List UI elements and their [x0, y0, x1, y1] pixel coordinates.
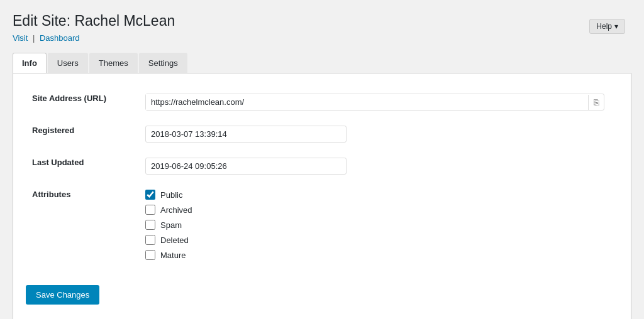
attributes-list: Public Archived Spam — [145, 190, 612, 260]
deleted-checkbox[interactable] — [145, 235, 155, 245]
chevron-down-icon: ▾ — [614, 22, 618, 31]
list-item: Public — [145, 190, 612, 200]
last-updated-label: Last Updated — [32, 158, 84, 167]
archived-checkbox[interactable] — [145, 205, 155, 215]
tab-info[interactable]: Info — [13, 53, 47, 73]
list-item: Spam — [145, 220, 612, 230]
attributes-row: Attributes Public Archived — [26, 182, 618, 273]
site-address-input[interactable] — [146, 94, 588, 110]
dashboard-link[interactable]: Dashboard — [40, 33, 80, 43]
tab-users[interactable]: Users — [48, 53, 88, 73]
content-panel: Site Address (URL) ⎘ Registered — [13, 73, 631, 319]
archived-label[interactable]: Archived — [160, 205, 192, 215]
page-wrapper: Help ▾ Edit Site: Rachel McLean Visit | … — [13, 13, 631, 319]
list-item: Deleted — [145, 235, 612, 245]
last-updated-row: Last Updated — [26, 150, 618, 182]
attributes-label: Attributes — [32, 190, 70, 199]
spam-checkbox[interactable] — [145, 220, 155, 230]
site-address-row: Site Address (URL) ⎘ — [26, 86, 618, 118]
mature-label[interactable]: Mature — [160, 251, 186, 260]
spam-label[interactable]: Spam — [160, 220, 182, 230]
public-checkbox[interactable] — [145, 190, 155, 200]
url-input-wrap: ⎘ — [145, 94, 604, 111]
visit-link[interactable]: Visit — [13, 33, 28, 43]
help-button[interactable]: Help ▾ — [589, 19, 625, 34]
mature-checkbox[interactable] — [145, 250, 155, 260]
list-item: Archived — [145, 205, 612, 215]
deleted-label[interactable]: Deleted — [160, 235, 189, 245]
save-changes-button[interactable]: Save Changes — [26, 285, 99, 305]
tabs-nav: Info Users Themes Settings — [13, 53, 631, 73]
site-address-label: Site Address (URL) — [32, 94, 106, 103]
list-item: Mature — [145, 250, 612, 260]
breadcrumb: Visit | Dashboard — [13, 33, 631, 43]
breadcrumb-separator: | — [33, 33, 35, 43]
form-table: Site Address (URL) ⎘ Registered — [26, 86, 618, 273]
tab-themes[interactable]: Themes — [89, 53, 138, 73]
registered-label: Registered — [32, 126, 74, 135]
last-updated-input[interactable] — [145, 158, 347, 175]
public-label[interactable]: Public — [160, 190, 182, 200]
page-title: Edit Site: Rachel McLean — [13, 13, 631, 30]
registered-input[interactable] — [145, 126, 347, 143]
help-label: Help — [596, 22, 612, 31]
tab-settings[interactable]: Settings — [139, 53, 187, 73]
copy-icon[interactable]: ⎘ — [588, 95, 604, 110]
registered-row: Registered — [26, 118, 618, 150]
